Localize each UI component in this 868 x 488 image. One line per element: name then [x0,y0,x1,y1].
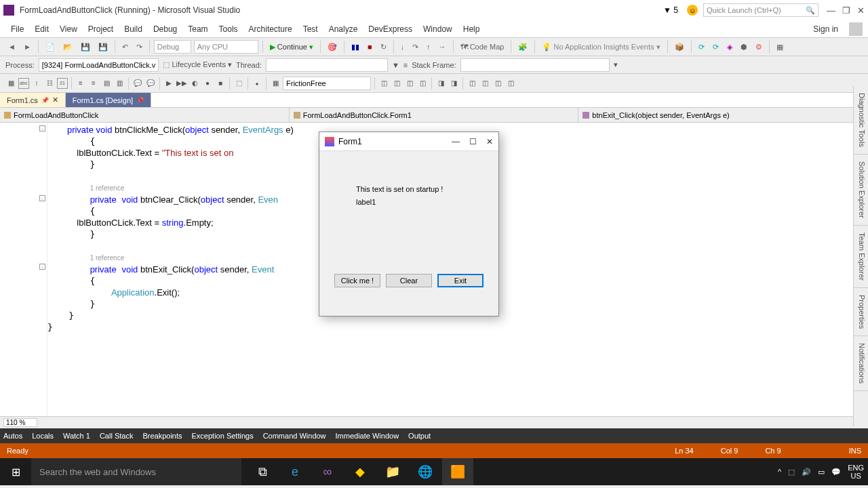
tb3-icon[interactable]: ⬚ [233,78,244,89]
bottomtab-exception-settings[interactable]: Exception Settings [192,432,254,440]
menu-tools[interactable]: Tools [214,24,243,34]
nav-back-icon[interactable]: ◄ [5,41,18,52]
tb3-icon[interactable]: ◫ [391,78,402,89]
redo-icon[interactable]: ↷ [134,41,145,53]
tb3-icon[interactable]: ↕ [31,78,42,89]
save-icon[interactable]: 💾 [78,41,93,53]
tray-net-icon[interactable]: ⬚ [788,468,795,476]
class-dropdown[interactable]: FormLoadAndButtonClick.Form1 [290,108,579,122]
menu-view[interactable]: View [54,24,83,34]
menu-help[interactable]: Help [458,24,486,34]
collapse-icon[interactable]: - [39,264,45,270]
sidetab-properties[interactable]: Properties [854,288,868,336]
ie-icon[interactable]: e [279,458,311,485]
sidetab-notifications[interactable]: Notifications [854,336,868,391]
open-file-icon[interactable]: 📂 [60,41,75,53]
form-minimize-button[interactable]: — [452,137,460,146]
tb3-icon[interactable]: ▥ [114,78,125,89]
menu-edit[interactable]: Edit [29,24,54,34]
sign-in-link[interactable]: Sign in [808,24,844,34]
vs-icon[interactable]: ∞ [312,458,343,485]
nav-fwd-icon[interactable]: ► [21,41,34,52]
taskview-icon[interactable]: ⧉ [247,458,278,485]
tray-lang[interactable]: ENGUS [848,464,864,480]
close-button[interactable]: ✕ [857,5,865,16]
ext-icon-4[interactable]: ◈ [724,41,735,53]
menu-window[interactable]: Window [418,24,458,34]
ext-icon-7[interactable]: ▦ [774,41,786,53]
collapse-icon[interactable]: - [39,125,45,131]
form-close-button[interactable]: ✕ [486,137,493,146]
bottomtab-breakpoints[interactable]: Breakpoints [142,432,182,440]
tb3-icon[interactable]: ≡ [88,78,99,89]
run-form-titlebar[interactable]: Form1 — ☐ ✕ [319,132,498,151]
menu-build[interactable]: Build [119,24,148,34]
menu-devexpress[interactable]: DevExpress [363,24,418,34]
tb3-icon[interactable]: ◫ [479,78,490,89]
form-maximize-button[interactable]: ☐ [469,137,477,146]
ext-icon-2[interactable]: ⟳ [696,41,707,53]
overflow-icon[interactable]: ▾ [614,60,618,69]
sidetab-team-explorer[interactable]: Team Explorer [854,226,868,288]
tb3-icon[interactable]: ◫ [492,78,503,89]
tray-up-icon[interactable]: ^ [778,468,781,476]
exit-button[interactable]: Exit [437,274,484,287]
menu-file[interactable]: File [5,24,29,34]
user-avatar[interactable] [849,22,863,36]
tb3-icon[interactable]: abc [18,78,29,89]
pin-icon[interactable]: 📌 [41,97,49,104]
undo-icon[interactable]: ↶ [119,41,131,53]
filter2-icon[interactable]: ≡ [403,61,408,69]
tab-form1-design[interactable]: Form1.cs [Design] 📌 [66,93,151,107]
minimize-button[interactable]: — [827,5,835,16]
tb3-icon[interactable]: ◫ [417,78,428,89]
tb3-icon[interactable]: ⬥ [252,78,262,89]
tb3-icon[interactable]: ◨ [448,78,459,89]
bottomtab-output[interactable]: Output [408,432,431,440]
run-icon[interactable]: ▶ [163,78,174,89]
quick-launch-input[interactable]: Quick Launch (Ctrl+Q) 🔍 [703,3,818,17]
thread-dropdown[interactable] [266,58,388,72]
pause-icon[interactable]: ▮▮ [349,41,362,53]
sidetab-solution-explorer[interactable]: Solution Explorer [854,155,868,226]
insights-dropdown[interactable]: 💡 No Application Insights Events ▾ [539,41,663,53]
tb3-icon[interactable]: ▦ [5,78,16,89]
tb3-icon[interactable]: ▦ [270,78,281,89]
platform-dropdown[interactable]: Any CPU [194,40,258,54]
bottomtab-command-window[interactable]: Command Window [263,432,326,440]
running-app-icon[interactable]: 🟧 [442,458,473,485]
attach-icon[interactable]: 🧩 [515,41,530,53]
bottomtab-locals[interactable]: Locals [32,432,54,440]
step-icon[interactable]: → [436,41,449,52]
config-dropdown[interactable]: Debug [154,40,191,54]
filter-icon[interactable]: ▼ [392,61,399,69]
process-dropdown[interactable]: [9324] FormLoadAndButtonClick.v [39,58,159,72]
restore-button[interactable]: ❐ [842,5,850,16]
tb3-icon[interactable]: ◫ [404,78,415,89]
chrome-icon[interactable]: 🌐 [410,458,441,485]
start-button[interactable]: ⊞ [0,458,31,485]
ext-icon-5[interactable]: ⬢ [738,41,750,53]
new-file-icon[interactable]: 📄 [43,41,58,53]
tray-bat-icon[interactable]: ▭ [818,468,825,476]
tb3-icon[interactable]: ● [202,78,213,89]
clear-button[interactable]: Clear [386,274,432,287]
tb3-icon[interactable]: 💬 [132,78,143,89]
lifecycle-button[interactable]: ⬚ Lifecycle Events ▾ [163,60,232,69]
feedback-icon[interactable]: ☺ [687,5,698,16]
codemap-button[interactable]: 🗺 Code Map [458,41,507,52]
zoom-input[interactable]: 110 % [3,418,37,427]
ext-icon-3[interactable]: ⟳ [710,41,722,53]
tb3-icon[interactable]: 21 [57,78,68,89]
method-dropdown[interactable]: btnExit_Click(object sender, EventArgs e… [578,108,868,122]
tb3-icon[interactable]: ◫ [378,78,389,89]
friction-dropdown[interactable]: FrictionFree [283,77,371,90]
step-out-icon[interactable]: ↑ [424,41,433,52]
bottomtab-callstack[interactable]: Call Stack [100,432,134,440]
tb3-icon[interactable]: ▤ [101,78,112,89]
app-icon[interactable]: ◆ [344,458,376,485]
menu-debug[interactable]: Debug [148,24,182,34]
tb3-icon[interactable]: ≡ [75,78,86,89]
collapse-icon[interactable]: - [39,195,45,201]
pin-icon[interactable]: 📌 [136,97,144,104]
